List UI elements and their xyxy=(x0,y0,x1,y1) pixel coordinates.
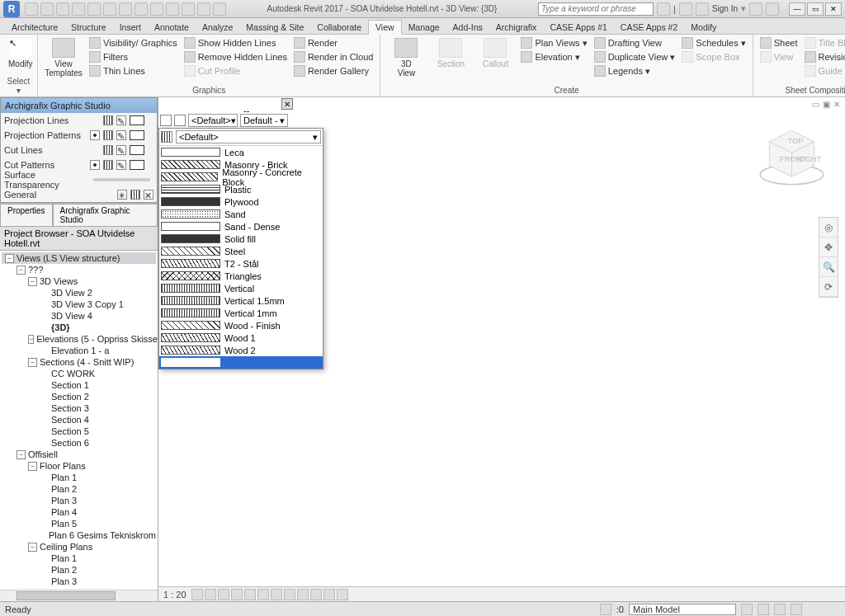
help-icon[interactable] xyxy=(766,2,779,16)
tab-modify[interactable]: Modify xyxy=(684,21,723,34)
pattern-option[interactable]: Wood 1 xyxy=(159,332,323,344)
minimize-button[interactable]: — xyxy=(789,2,805,16)
tree-node[interactable]: Plan 6 Gesims Tekniskrom xyxy=(2,529,156,541)
sort-icon[interactable] xyxy=(160,115,172,126)
status-icon-3[interactable] xyxy=(774,604,786,615)
zoom-icon[interactable]: 🔍 xyxy=(819,257,838,277)
qat-print-icon[interactable] xyxy=(87,2,101,16)
visibility-icon[interactable] xyxy=(90,130,100,140)
tree-node[interactable]: −Offisiell xyxy=(2,449,156,460)
view-max-icon[interactable]: ▣ xyxy=(823,100,830,109)
tree-node[interactable]: 3D View 3 Copy 1 xyxy=(2,299,156,310)
panel-close-button[interactable]: ✕ xyxy=(281,98,293,110)
tree-toggle-icon[interactable]: − xyxy=(28,462,37,471)
worksharing-icon[interactable] xyxy=(323,589,335,600)
pattern-option[interactable]: Vertical 1mm xyxy=(159,307,323,319)
grid-toggle-icon[interactable] xyxy=(103,145,113,155)
temp-hide-icon[interactable] xyxy=(297,589,309,600)
grid-toggle-icon[interactable] xyxy=(103,130,113,140)
signin-label[interactable]: Sign In xyxy=(712,4,738,13)
tree-node[interactable]: Plan 2 xyxy=(2,483,156,495)
workset-icon[interactable] xyxy=(600,604,611,615)
pattern-option[interactable]: Wood 2 xyxy=(159,344,323,356)
grid-toggle-icon[interactable] xyxy=(103,160,113,170)
pan-icon[interactable]: ✥ xyxy=(819,237,838,257)
qat-redo-icon[interactable] xyxy=(72,2,85,16)
qat-thin-icon[interactable] xyxy=(166,2,179,16)
pattern-header-combo[interactable]: <Default>▾ xyxy=(176,130,321,143)
tree-node[interactable]: −Ceiling Plans xyxy=(2,541,156,553)
tab-annotate[interactable]: Annotate xyxy=(148,21,196,34)
maximize-button[interactable]: ▭ xyxy=(807,2,824,16)
tree-node[interactable]: Elevation 1 - a xyxy=(2,345,156,356)
default-combo-2[interactable]: -- Default --▾ xyxy=(240,114,288,127)
tree-node[interactable]: Section 4 xyxy=(2,414,156,426)
tab-addins[interactable]: Add-Ins xyxy=(446,21,489,34)
unlock-icon[interactable] xyxy=(284,589,295,600)
app-logo[interactable]: R xyxy=(3,1,20,17)
tab-massing[interactable]: Massing & Site xyxy=(239,21,310,34)
exchange-icon[interactable] xyxy=(749,2,762,16)
pattern-option[interactable] xyxy=(159,356,323,369)
plan-views-button[interactable]: Plan Views ▾ xyxy=(519,36,588,49)
status-icon-1[interactable] xyxy=(741,604,753,615)
sheet-button[interactable]: Sheet xyxy=(758,36,800,49)
help-search-input[interactable] xyxy=(538,2,654,16)
tree-toggle-icon[interactable]: − xyxy=(28,335,34,344)
grid-icon[interactable] xyxy=(161,131,172,143)
main-model-dropdown[interactable]: Main Model xyxy=(629,604,736,615)
pen-icon[interactable]: ✎ xyxy=(116,130,126,140)
pen-icon[interactable]: ✎ xyxy=(116,145,126,155)
color-swatch[interactable] xyxy=(130,145,144,155)
status-filter-icon[interactable] xyxy=(791,604,802,615)
legends-button[interactable]: Legends ▾ xyxy=(592,64,677,78)
tab-graphic-studio[interactable]: Archigrafix Graphic Studio xyxy=(53,204,158,226)
schedules-button[interactable]: Schedules ▾ xyxy=(680,36,747,49)
tab-analyze[interactable]: Analyze xyxy=(196,21,239,34)
viewcube[interactable]: FRONT RIGHT TOP xyxy=(757,122,827,192)
tree-node[interactable]: Plan 1 xyxy=(2,472,156,483)
pattern-option[interactable]: T2 - Stål xyxy=(159,257,323,270)
qat-close-icon[interactable] xyxy=(182,2,195,16)
revisions-button[interactable]: Revisions xyxy=(803,50,846,63)
tree-node[interactable]: Section 2 xyxy=(2,391,156,402)
steering-wheel-icon[interactable]: ◎ xyxy=(819,218,838,237)
tree-node[interactable]: Plan 1 xyxy=(2,553,156,564)
tree-node[interactable]: Section 3 xyxy=(2,402,156,414)
visual-style-icon[interactable] xyxy=(205,589,216,600)
reveal-icon[interactable] xyxy=(310,589,322,600)
select-dropdown[interactable]: Select ▾ xyxy=(5,75,32,95)
rendering-icon[interactable] xyxy=(244,589,256,600)
tree-toggle-icon[interactable]: − xyxy=(28,358,37,367)
pattern-option[interactable]: Masonry - Concrete Block xyxy=(159,171,323,183)
qat-open-icon[interactable] xyxy=(25,2,38,16)
color-swatch[interactable] xyxy=(130,115,144,125)
close-button[interactable]: ✕ xyxy=(825,2,842,16)
pattern-option[interactable]: Solid fill xyxy=(159,233,323,245)
tree-toggle-icon[interactable]: − xyxy=(28,543,37,552)
tree-node[interactable]: Section 1 xyxy=(2,379,156,391)
tab-structure[interactable]: Structure xyxy=(64,21,113,34)
sun-path-icon[interactable] xyxy=(218,589,229,600)
tree-toggle-icon[interactable]: − xyxy=(5,254,14,263)
user-icon[interactable] xyxy=(696,2,709,16)
status-icon-2[interactable] xyxy=(758,604,769,615)
visibility-graphics-button[interactable]: Visibility/ Graphics xyxy=(87,36,179,49)
shadows-icon[interactable] xyxy=(231,589,243,600)
qat-save-icon[interactable] xyxy=(40,2,54,16)
tab-case1[interactable]: CASE Apps #1 xyxy=(543,21,613,34)
crop-icon[interactable] xyxy=(257,589,269,600)
tree-node[interactable]: 3D View 4 xyxy=(2,310,156,322)
view-close-icon[interactable]: ✕ xyxy=(833,100,840,109)
pattern-option[interactable]: Plywood xyxy=(159,195,323,208)
tree-node[interactable]: −Elevations (5 - Oppriss Skisse) xyxy=(2,333,156,345)
filters-button[interactable]: Filters xyxy=(87,50,179,63)
qat-switch-icon[interactable] xyxy=(197,2,210,16)
tab-manage[interactable]: Manage xyxy=(402,21,446,34)
tree-node[interactable]: {3D} xyxy=(2,322,156,333)
pattern-option[interactable]: Sand xyxy=(159,208,323,220)
pen-icon[interactable]: ✎ xyxy=(116,160,126,170)
tab-properties[interactable]: Properties xyxy=(0,204,53,226)
tree-node[interactable]: Plan 2 xyxy=(2,564,156,576)
remove-hidden-button[interactable]: Remove Hidden Lines xyxy=(182,50,289,63)
